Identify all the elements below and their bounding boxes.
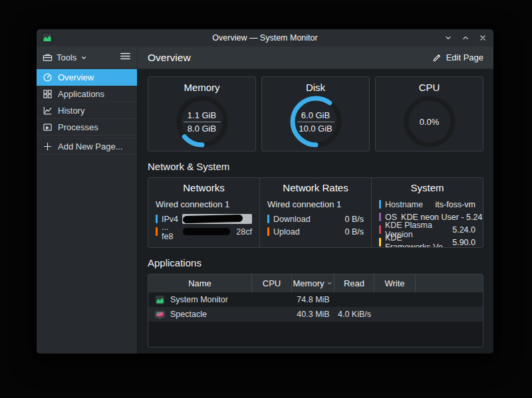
cpu-gauge: 0.0%: [402, 94, 458, 149]
download-row: Download 0 B/s: [267, 213, 364, 225]
disk-card: Disk 6.0 GiB 10.0 GiB: [261, 76, 370, 151]
redacted-ipv4-address: [182, 214, 252, 224]
edit-page-label: Edit Page: [446, 52, 483, 62]
legend-color-bar: [379, 238, 381, 247]
sidebar-item-label: Applications: [58, 89, 104, 99]
disk-used-value: 6.0 GiB: [301, 110, 330, 120]
memory-card-title: Memory: [148, 82, 255, 93]
network-system-section-title: Network & System: [148, 161, 483, 172]
maximize-icon[interactable]: [460, 33, 471, 43]
fraction-divider: [297, 122, 334, 122]
network-rates-title: Network Rates: [267, 182, 364, 193]
cpu-cell: [252, 307, 292, 322]
tools-button[interactable]: Tools: [43, 52, 87, 62]
app-name: System Monitor: [170, 295, 228, 304]
applications-section-title: Applications: [148, 257, 483, 268]
system-info-list: Hostname its-foss-vm OS KDE neon User - …: [379, 198, 475, 248]
sort-descending-icon: [327, 280, 332, 286]
info-value: 5.90.0: [452, 238, 475, 247]
system-info-row: Hostname its-foss-vm: [379, 198, 475, 211]
minimize-icon[interactable]: [443, 33, 454, 43]
column-header-name[interactable]: Name: [148, 274, 252, 292]
disk-card-title: Disk: [262, 82, 369, 93]
write-cell: [374, 292, 416, 307]
edit-page-button[interactable]: Edit Page: [432, 52, 483, 62]
sidebar-item-overview[interactable]: Overview: [37, 69, 137, 86]
legend-color-bar: [379, 213, 381, 221]
hamburger-menu-icon[interactable]: [120, 51, 131, 64]
sidebar-header: Tools: [37, 47, 138, 68]
fraction-divider: [184, 122, 221, 122]
column-header-memory[interactable]: Memory: [292, 274, 334, 292]
ipv6-row: ... fe8 28cf: [156, 225, 252, 238]
table-row-system-monitor[interactable]: System Monitor 74.8 MiB: [148, 292, 483, 307]
table-header: Name CPU Memory Read Write: [148, 274, 483, 292]
info-label: KDE Frameworks Ve: [385, 233, 448, 249]
legend-color-bar: [267, 215, 269, 223]
window-title: Overview — System Monitor: [37, 33, 493, 43]
column-header-read[interactable]: Read: [334, 274, 374, 292]
download-label: Download: [273, 215, 311, 224]
app-name: Spectacle: [170, 310, 207, 319]
plus-icon: [43, 142, 53, 151]
info-value: 5.24.0: [452, 225, 475, 235]
network-system-card: Networks Wired connection 1 IPv4 ... fe8…: [148, 177, 483, 248]
sidebar-item-add-new-page[interactable]: Add New Page...: [37, 138, 137, 155]
disk-total-value: 10.0 GiB: [299, 124, 332, 134]
legend-color-bar: [267, 227, 269, 236]
window-controls: [443, 33, 488, 43]
close-icon[interactable]: [477, 33, 488, 43]
tools-label: Tools: [57, 52, 76, 62]
system-monitor-app-icon: [155, 295, 165, 305]
column-header-filler: [416, 274, 483, 292]
sensor-cards-row: Memory 1.1 GiB 8.0 GiB: [148, 76, 483, 151]
column-header-write[interactable]: Write: [374, 274, 416, 292]
info-value: its-foss-vm: [436, 200, 475, 209]
app-icon: [42, 33, 53, 43]
cpu-cell: [252, 292, 292, 307]
legend-color-bar: [156, 227, 158, 236]
pencil-icon: [432, 53, 442, 62]
system-monitor-window: Overview — System Monitor: [37, 29, 493, 353]
write-cell: [374, 307, 416, 322]
titlebar[interactable]: Overview — System Monitor: [37, 29, 493, 47]
table-body: System Monitor 74.8 MiB: [148, 292, 483, 347]
toolbox-icon: [43, 52, 53, 62]
desktop-background: Overview — System Monitor: [0, 0, 532, 398]
disk-gauge: 6.0 GiB 10.0 GiB: [288, 94, 344, 149]
memory-gauge: 1.1 GiB 8.0 GiB: [174, 94, 230, 149]
sidebar-item-history[interactable]: History: [37, 102, 137, 119]
legend-color-bar: [379, 225, 381, 234]
redaction-blob: [183, 228, 231, 235]
toolbar: Tools Overview Edit Page: [37, 47, 493, 69]
cpu-usage-value: 0.0%: [420, 117, 440, 127]
ipv6-prefix: ... fe8: [162, 223, 177, 241]
sidebar-item-processes[interactable]: Processes: [37, 119, 137, 136]
page-title: Overview: [148, 52, 191, 64]
spectacle-app-icon: [155, 310, 165, 320]
upload-label: Upload: [273, 227, 300, 237]
filler-cell: [416, 292, 483, 307]
system-title: System: [379, 182, 475, 193]
sidebar: Overview Applications History: [37, 69, 138, 353]
grid-icon: [43, 89, 53, 99]
sidebar-item-applications[interactable]: Applications: [37, 86, 137, 102]
legend-color-bar: [379, 200, 381, 209]
sidebar-item-label: Overview: [58, 72, 94, 82]
connection-name: Wired connection 1: [156, 199, 252, 209]
column-header-cpu[interactable]: CPU: [252, 274, 292, 292]
memory-cell: 40.3 MiB: [292, 307, 334, 322]
network-rates-column: Network Rates Wired connection 1 Downloa…: [259, 178, 371, 247]
download-value: 0 B/s: [345, 215, 364, 224]
memory-cell: 74.8 MiB: [292, 292, 334, 307]
legend-color-bar: [156, 215, 158, 223]
table-row-spectacle[interactable]: Spectacle 40.3 MiB 4.0 KiB/s: [148, 307, 483, 322]
read-cell: [334, 292, 374, 307]
system-column: System Hostname its-foss-vm OS KDE neon …: [371, 178, 483, 247]
applications-table: Name CPU Memory Read Write: [148, 274, 483, 348]
read-cell: 4.0 KiB/s: [334, 307, 374, 322]
line-chart-icon: [43, 106, 53, 116]
connection-name: Wired connection 1: [267, 199, 364, 209]
upload-row: Upload 0 B/s: [267, 225, 364, 238]
memory-used-value: 1.1 GiB: [188, 110, 216, 120]
